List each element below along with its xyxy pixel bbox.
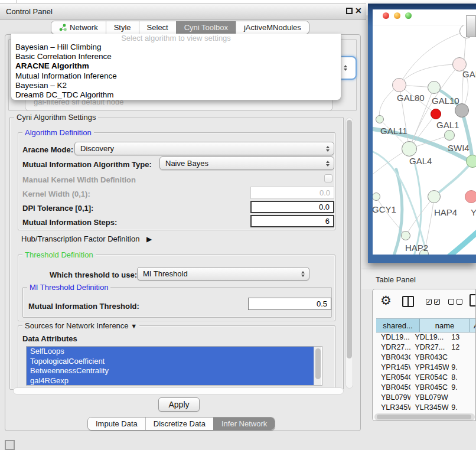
node-gal80[interactable] (392, 78, 406, 92)
deselect-all-checkbox-icon[interactable] (457, 299, 462, 305)
settings-vertical-scrollbar[interactable] (345, 118, 353, 389)
network-edge[interactable] (442, 227, 476, 255)
table-row[interactable]: YDL19...YDL19...13 (376, 332, 476, 343)
dropdown-item[interactable]: ARACNE Algorithm (11, 61, 341, 71)
table-cell: 12 (449, 343, 476, 353)
mi-threshold-field[interactable]: 0.5 (248, 298, 331, 310)
dropdown-item[interactable]: Bayesian – K2 (11, 81, 341, 90)
settings-horizontal-scrollbar[interactable] (13, 387, 344, 394)
which-threshold-value: MI Threshold (143, 269, 188, 278)
expand-arrow-icon[interactable]: ▶ (146, 235, 152, 243)
algorithm-dropdown-list: Select algorithm to view settings Bayesi… (11, 34, 341, 100)
cyni-algorithm-settings-label: Cyni Algorithm Settings (14, 113, 98, 122)
mi-algorithm-type-combobox[interactable]: Naive Bayes (159, 156, 334, 170)
control-panel-title: Control Panel (0, 7, 53, 16)
node-gal11[interactable] (376, 115, 384, 123)
deselect-all-checkbox-icon[interactable] (448, 299, 454, 305)
table-cell: YER054C (376, 373, 410, 383)
sources-group-label[interactable]: Sources for Network Inference ▼ (22, 321, 139, 330)
node-swi4[interactable] (466, 155, 476, 168)
dropdown-item[interactable]: Bayesian – Hill Climbing (11, 43, 341, 52)
node-gal1[interactable] (444, 130, 455, 141)
network-edge[interactable] (462, 110, 472, 161)
mi-steps-field[interactable]: 6 (250, 215, 334, 227)
network-canvas[interactable]: GALGAL80GAL10GAL11GAL1SWI4GAL4GCY1HAP4YH… (373, 25, 476, 255)
dropdown-item[interactable]: Dream8 DC_TDC Algorithm (11, 90, 341, 100)
table-row[interactable]: YDR27...YDR27...12 (376, 343, 476, 353)
mi-algorithm-type-label: Mutual Information Algorithm Type: (22, 160, 152, 169)
tab-infer-network[interactable]: Infer Network (213, 418, 275, 430)
tab-label: Network (70, 23, 98, 32)
node-red[interactable] (431, 109, 441, 119)
close-traffic-light-icon[interactable] (383, 12, 389, 19)
node-label-gcy1: GCY1 (373, 204, 396, 214)
list-item[interactable]: SelfLoops (27, 347, 314, 357)
tab-network[interactable]: Network (51, 21, 106, 34)
tab-cyni-toolbox[interactable]: Cyni Toolbox (176, 21, 236, 34)
columns-icon[interactable] (402, 296, 414, 307)
list-vertical-scrollbar[interactable] (314, 347, 321, 385)
tab-discretize-data[interactable]: Discretize Data (145, 418, 213, 430)
gear-icon[interactable]: ⚙ (380, 294, 392, 308)
table-cell: YBR045C (410, 383, 449, 393)
node-salmon[interactable] (465, 190, 476, 203)
table-row[interactable]: YBL079WYBL079W (376, 393, 476, 403)
tab-label: Infer Network (221, 419, 267, 428)
list-item[interactable]: gal4RGexp (27, 376, 314, 386)
hub-definition-row[interactable]: Hub/Transcription Factor Definition ▶ (21, 234, 152, 243)
dropdown-item[interactable]: Mutual Information Inference (11, 71, 341, 81)
table-cell: YDR27... (376, 343, 410, 353)
aracne-mode-combobox[interactable]: Discovery (74, 142, 334, 155)
apply-button[interactable]: Apply (158, 397, 200, 412)
table-row[interactable]: YBR043CYBR043C (376, 353, 476, 363)
select-all-checkbox-icon[interactable]: ✓ (434, 299, 440, 305)
table-cell: YBL079W (410, 393, 449, 403)
dpi-tolerance-field[interactable]: 0.0 (250, 201, 334, 213)
node-gal4[interactable] (402, 141, 417, 156)
node-label-gal1: GAL1 (436, 120, 459, 130)
cyni-bottom-tabbar: Impute DataDiscretize DataInfer Network (87, 417, 275, 431)
list-item[interactable]: TopologicalCoefficient (27, 357, 314, 367)
table-cell: YLR345W (376, 403, 410, 413)
document-icon[interactable] (470, 294, 476, 306)
background-window-titlebar (466, 15, 476, 37)
table-row[interactable]: YPR145WYPR145W9. (376, 363, 476, 373)
float-window-icon[interactable] (346, 8, 353, 14)
tab-jactivemnodules[interactable]: jActiveMNodules (236, 21, 309, 34)
scrollbar-thumb[interactable] (377, 415, 471, 419)
manual-kernel-checkbox[interactable] (324, 174, 332, 182)
column-header-shared-[interactable]: shared... (376, 318, 420, 332)
tab-style[interactable]: Style (106, 21, 139, 34)
network-icon (59, 24, 67, 31)
close-icon[interactable]: ✕ (355, 6, 362, 15)
column-header-name[interactable]: name (420, 318, 470, 332)
scrollbar-thumb[interactable] (347, 120, 352, 358)
column-header-a[interactable]: A (470, 318, 476, 332)
zoom-traffic-light-icon[interactable] (405, 12, 412, 19)
node-hap2[interactable] (401, 231, 410, 240)
dropdown-item[interactable]: Basic Correlation Inference (11, 52, 341, 61)
network-view-window[interactable]: GALGAL80GAL10GAL11GAL1SWI4GAL4GCY1HAP4YH… (368, 4, 476, 263)
which-threshold-combobox[interactable]: MI Threshold (137, 267, 309, 281)
table-cell (449, 353, 476, 363)
table-row[interactable]: YBR045CYBR045C9. (376, 383, 476, 393)
data-attributes-list[interactable]: SelfLoopsTopologicalCoefficientBetweenne… (26, 346, 322, 386)
kernel-width-field: 0.0 (250, 187, 334, 199)
node-gal10[interactable] (428, 81, 441, 94)
scrollbar-thumb[interactable] (315, 348, 321, 379)
table-cell: YER054C (410, 373, 449, 383)
collapse-arrow-icon[interactable]: ▼ (131, 322, 137, 330)
tab-label: jActiveMNodules (244, 23, 301, 32)
control-panel-titlebar: Control Panel (0, 4, 366, 19)
tab-select[interactable]: Select (139, 21, 176, 34)
list-item[interactable]: BetweennessCentrality (27, 366, 314, 376)
node-hap4[interactable] (428, 190, 441, 203)
bottom-left-widget[interactable] (5, 440, 15, 450)
dropdown-placeholder: Select algorithm to view settings (11, 34, 341, 43)
select-all-checkbox-icon[interactable]: ✓ (426, 299, 432, 305)
tab-impute-data[interactable]: Impute Data (88, 418, 145, 430)
table-horizontal-scrollbar[interactable] (374, 413, 475, 420)
table-row[interactable]: YLR345WYLR345W9. (376, 403, 476, 413)
table-row[interactable]: YER054CYER054C8. (376, 373, 476, 383)
minimize-traffic-light-icon[interactable] (394, 12, 400, 19)
